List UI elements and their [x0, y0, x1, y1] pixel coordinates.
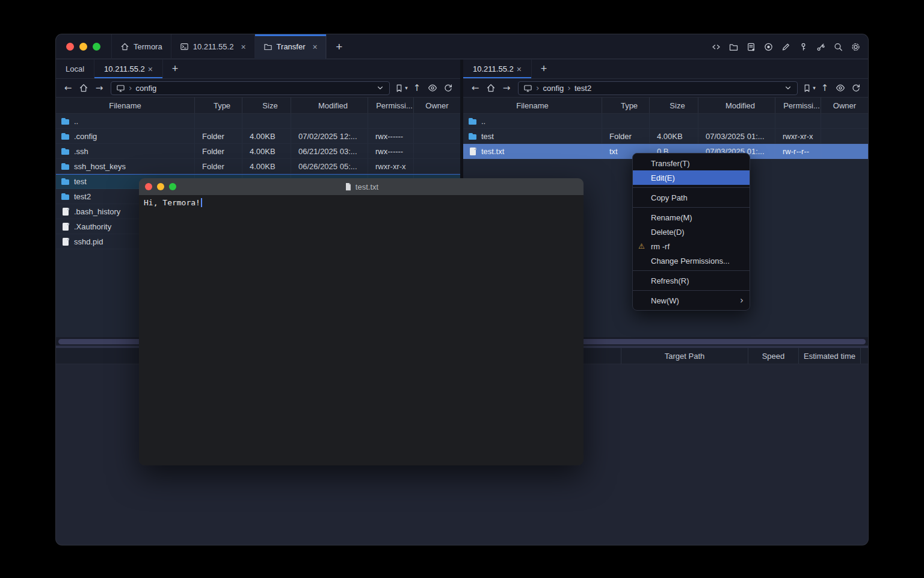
file-row[interactable]: .. [463, 114, 868, 129]
file-row[interactable]: .config Folder 4.00KB 07/02/2025 12:... … [56, 129, 460, 144]
col-filename[interactable]: Filename [463, 98, 602, 113]
path-input[interactable]: › config › test2 [518, 81, 798, 95]
col-modified[interactable]: Modified [291, 98, 368, 113]
file-type-icon [61, 237, 70, 246]
right-table-header: Filename Type Size Modified Permissi... … [463, 98, 868, 114]
forward-button[interactable]: → [499, 81, 514, 95]
tab-remote[interactable]: 10.211.55.2 × [94, 60, 163, 78]
up-directory-button[interactable]: ↑ [410, 81, 424, 95]
path-segment[interactable]: config [136, 84, 157, 93]
new-pane-tab-button[interactable]: + [163, 60, 187, 78]
col-modified[interactable]: Modified [698, 98, 775, 113]
minimize-window-button[interactable] [157, 183, 164, 190]
gear-icon[interactable] [851, 42, 861, 52]
new-pane-tab-button[interactable]: + [532, 60, 556, 78]
close-window-button[interactable] [66, 43, 74, 51]
keychain-icon[interactable] [816, 42, 826, 52]
up-directory-button[interactable]: ↑ [818, 81, 832, 95]
menu-item-rename[interactable]: Rename(M) [633, 210, 750, 225]
col-size[interactable]: Size [650, 98, 698, 113]
zoom-window-button[interactable] [169, 183, 176, 190]
search-icon[interactable] [833, 42, 843, 52]
close-window-button[interactable] [145, 183, 152, 190]
crumb-separator: › [129, 83, 132, 93]
col-permissions[interactable]: Permissi... [775, 98, 821, 113]
home-icon [79, 83, 88, 93]
col-spacer [860, 348, 868, 364]
show-hidden-button[interactable] [425, 81, 440, 95]
path-input[interactable]: › config [111, 81, 390, 95]
permissions-cell: rw-r--r-- [775, 144, 821, 158]
path-segment[interactable]: test2 [574, 84, 591, 93]
col-type[interactable]: Type [195, 98, 242, 113]
col-estimated-time[interactable]: Estimated time [798, 348, 860, 364]
file-type-icon [468, 131, 478, 141]
forward-button[interactable]: → [92, 81, 106, 95]
file-row[interactable]: ssh_host_keys Folder 4.00KB 06/26/2025 0… [56, 159, 460, 174]
col-type[interactable]: Type [602, 98, 650, 113]
tab-termora[interactable]: Termora [111, 34, 171, 59]
menu-separator [633, 187, 750, 188]
menu-item-edit[interactable]: Edit(E) [633, 170, 750, 185]
left-pane-tabs: Local 10.211.55.2 × + [56, 60, 460, 79]
computer-icon [523, 84, 532, 93]
col-owner[interactable]: Owner [414, 98, 460, 113]
code-icon[interactable] [711, 42, 721, 52]
tab-remote[interactable]: 10.211.55.2 × [463, 60, 532, 78]
permissions-cell: rwxr-xr-x [368, 159, 414, 173]
caret-down-icon: ▾ [405, 85, 408, 91]
col-owner[interactable]: Owner [821, 98, 868, 113]
file-row[interactable]: test Folder 4.00KB 07/03/2025 01:... rwx… [463, 129, 868, 144]
pencil-icon[interactable] [781, 42, 791, 52]
bookmark-button[interactable]: ▾ [802, 81, 816, 95]
key-icon[interactable] [798, 42, 808, 52]
folder-icon[interactable] [728, 42, 739, 52]
back-button[interactable]: ← [468, 81, 482, 95]
close-tab-icon[interactable]: × [313, 43, 318, 51]
file-row[interactable]: .ssh Folder 4.00KB 06/21/2025 03:... rwx… [56, 144, 460, 159]
home-button[interactable] [484, 81, 498, 95]
permissions-cell: rwx------ [368, 144, 414, 158]
notes-icon[interactable] [746, 42, 756, 52]
home-button[interactable] [76, 81, 91, 95]
col-speed[interactable]: Speed [748, 348, 798, 364]
show-hidden-button[interactable] [833, 81, 848, 95]
record-icon[interactable] [763, 42, 774, 52]
new-tab-button[interactable]: + [327, 34, 352, 59]
col-target-path[interactable]: Target Path [621, 348, 748, 364]
editor-text: Hi, Termora! [144, 198, 200, 207]
menu-item-transfer[interactable]: Transfer(T) [633, 156, 750, 170]
editor-titlebar[interactable]: test.txt [139, 178, 584, 195]
path-dropdown-icon[interactable] [784, 84, 792, 92]
col-permissions[interactable]: Permissi... [368, 98, 414, 113]
file-type-icon [61, 191, 70, 201]
menu-item-change-permissions[interactable]: Change Permissions... [633, 253, 750, 268]
file-row[interactable]: .. [56, 114, 460, 129]
editor-content[interactable]: Hi, Termora! [139, 195, 584, 465]
right-pathbar: ← → › config › test2 ▾ ↑ [463, 79, 868, 98]
tab-session[interactable]: 10.211.55.2 × [171, 34, 255, 59]
menu-item-rm-rf[interactable]: ⚠rm -rf [633, 239, 750, 253]
bookmark-button[interactable]: ▾ [394, 81, 408, 95]
minimize-window-button[interactable] [79, 43, 87, 51]
close-tab-icon[interactable]: × [517, 65, 522, 73]
path-segment[interactable]: config [543, 84, 564, 93]
refresh-button[interactable] [441, 81, 455, 95]
menu-item-delete[interactable]: Delete(D) [633, 225, 750, 239]
zoom-window-button[interactable] [93, 43, 100, 51]
menu-item-new[interactable]: New(W)› [633, 293, 750, 308]
refresh-button[interactable] [849, 81, 863, 95]
filename: test.txt [481, 147, 504, 156]
col-filename[interactable]: Filename [56, 98, 195, 113]
menu-item-refresh[interactable]: Refresh(R) [633, 273, 750, 288]
close-tab-icon[interactable]: × [148, 65, 153, 73]
tab-local[interactable]: Local [56, 60, 94, 78]
col-size[interactable]: Size [242, 98, 291, 113]
home-icon [486, 83, 496, 93]
path-dropdown-icon[interactable] [376, 84, 384, 92]
tab-transfer[interactable]: Transfer × [255, 34, 327, 59]
menu-item-copy-path[interactable]: Copy Path [633, 190, 750, 205]
close-tab-icon[interactable]: × [241, 43, 245, 51]
type-cell: Folder [195, 144, 242, 158]
back-button[interactable]: ← [61, 81, 75, 95]
